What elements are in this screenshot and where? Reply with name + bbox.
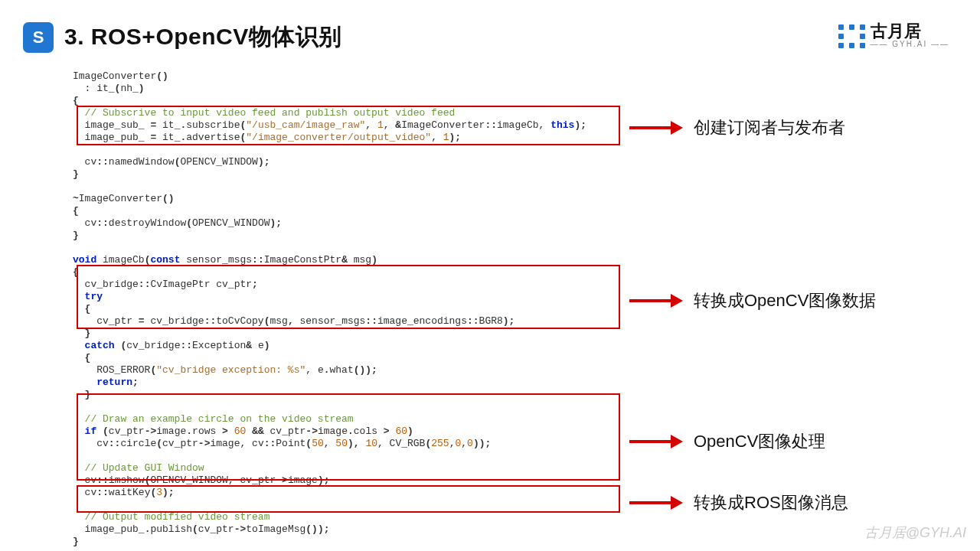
annotation-3: OpenCV图像处理 xyxy=(629,430,825,453)
annotation-3-text: OpenCV图像处理 xyxy=(694,430,825,453)
brand-block: 古月居 —— GYH.AI —— xyxy=(838,23,949,48)
slide-logo-icon: S xyxy=(23,22,54,53)
logo-glyph: S xyxy=(33,28,44,47)
watermark: 古月居@GYH.AI xyxy=(864,523,966,542)
brand-icon xyxy=(838,24,864,47)
arrow-icon xyxy=(629,295,683,307)
annotation-1: 创建订阅者与发布者 xyxy=(629,116,845,139)
arrow-icon xyxy=(629,435,683,448)
annotation-4-text: 转换成ROS图像消息 xyxy=(694,491,848,514)
brand-name-cn: 古月居 xyxy=(871,23,949,40)
annotation-1-text: 创建订阅者与发布者 xyxy=(694,116,845,139)
slide-title: 3. ROS+OpenCV物体识别 xyxy=(64,21,342,53)
annotation-2: 转换成OpenCV图像数据 xyxy=(629,289,876,312)
brand-name-en: —— GYH.AI —— xyxy=(871,40,949,48)
code-listing: ImageConverter() : it_(nh_) { // Subscri… xyxy=(73,70,632,548)
annotation-4: 转换成ROS图像消息 xyxy=(629,491,848,514)
arrow-icon xyxy=(629,497,683,509)
slide-header: S 3. ROS+OpenCV物体识别 xyxy=(0,0,980,53)
annotation-2-text: 转换成OpenCV图像数据 xyxy=(694,289,876,312)
arrow-icon xyxy=(629,122,683,134)
